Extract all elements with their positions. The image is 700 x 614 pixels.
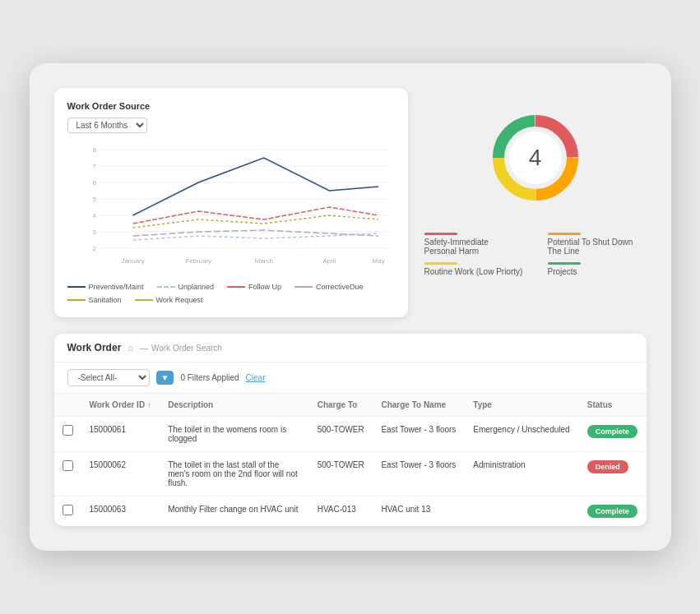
line-chart: 8 7 6 5 4 3 2 January February March Apr…	[67, 141, 395, 273]
work-order-header: Work Order ⌂ — Work Order Search	[54, 334, 647, 362]
status-badge: Complete	[587, 505, 637, 518]
svg-text:6: 6	[92, 179, 96, 187]
svg-text:May: May	[372, 257, 384, 265]
clear-filters-link[interactable]: Clear	[246, 373, 266, 382]
col-charge-to-name: Charge To Name	[373, 394, 465, 417]
legend-corrective: CorrectiveDue	[294, 283, 364, 291]
row-id: 15000062	[81, 452, 160, 496]
legend-line-workrequest	[135, 299, 153, 301]
row-charge-to: 500-TOWER	[309, 417, 373, 452]
row-checkbox[interactable]	[54, 496, 81, 527]
home-icon[interactable]: ⌂	[127, 343, 133, 353]
row-type: Administration	[465, 452, 578, 496]
legend-unplanned: Unplanned	[157, 283, 215, 291]
svg-text:3: 3	[92, 229, 96, 236]
svg-text:February: February	[185, 257, 211, 265]
row-checkbox[interactable]	[54, 452, 81, 496]
legend-preventive: Preventive/Maint	[67, 283, 144, 291]
chart-legend: Preventive/Maint Unplanned Follow Up Cor…	[67, 283, 395, 304]
priority-line-shutdown	[548, 233, 581, 235]
chart-title: Work Order Source	[67, 101, 395, 111]
top-section: Work Order Source Last 6 Months Last 3 M…	[54, 88, 647, 317]
table-row: 15000063 Monthly Filter change on HVAC u…	[54, 496, 647, 527]
col-type: Type	[465, 394, 578, 417]
svg-text:7: 7	[92, 163, 96, 170]
donut-chart: 4	[482, 104, 589, 211]
main-container: Work Order Source Last 6 Months Last 3 M…	[30, 63, 671, 551]
legend-line-preventive	[67, 286, 86, 288]
priority-routine: Routine Work (Low Priorty)	[424, 262, 523, 276]
legend-line-followup	[227, 286, 245, 288]
status-badge: Denied	[587, 460, 628, 473]
row-description: The toilet in the womens room is clogged	[160, 417, 309, 452]
row-charge-to-name: HVAC unit 13	[373, 496, 465, 527]
svg-text:March: March	[254, 257, 272, 265]
row-checkbox[interactable]	[54, 417, 81, 452]
chart-filter: Last 6 Months Last 3 Months Last Year	[67, 118, 395, 133]
col-checkbox	[54, 394, 81, 417]
row-type: Emergency / Unscheduled	[465, 417, 578, 452]
right-section: 4 Safety-Immediate Personal Harm Potenti…	[424, 88, 647, 276]
row-status: Complete	[579, 496, 647, 527]
select-all-dropdown[interactable]: -Select All-	[67, 369, 150, 386]
row-id: 15000063	[81, 496, 160, 527]
svg-text:January: January	[121, 257, 144, 265]
donut-value: 4	[529, 145, 542, 171]
legend-line-unplanned	[157, 286, 175, 288]
row-description: Monthly Filter change on HVAC unit	[160, 496, 309, 527]
col-id[interactable]: Work Order ID ↑	[81, 394, 160, 417]
work-order-table: Work Order ID ↑ Description Charge To Ch…	[54, 394, 647, 526]
priority-line-projects	[548, 262, 581, 265]
row-charge-to-name: East Tower - 3 floors	[373, 452, 465, 496]
legend-followup: Follow Up	[227, 283, 281, 291]
svg-text:5: 5	[92, 196, 96, 203]
row-description: The toilet in the last stall of the men'…	[160, 452, 309, 496]
row-type	[465, 496, 578, 527]
row-charge-to: 500-TOWER	[309, 452, 373, 496]
priority-projects: Projects	[548, 262, 647, 276]
row-status: Complete	[579, 417, 647, 452]
priority-legend: Safety-Immediate Personal Harm Potential…	[424, 233, 647, 276]
svg-text:4: 4	[92, 212, 96, 219]
breadcrumb: — Work Order Search	[140, 344, 222, 353]
row-charge-to-name: East Tower - 3 floors	[373, 417, 465, 452]
chart-filter-select[interactable]: Last 6 Months Last 3 Months Last Year	[67, 118, 147, 133]
priority-line-routine	[424, 262, 457, 265]
table-row: 15000062 The toilet in the last stall of…	[54, 452, 647, 496]
svg-text:8: 8	[92, 146, 96, 154]
row-id: 15000061	[81, 417, 160, 452]
legend-workrequest: Work Request	[135, 296, 203, 304]
svg-text:April: April	[322, 257, 336, 265]
table-row: 15000061 The toilet in the womens room i…	[54, 417, 647, 452]
filter-row: -Select All- ▼ 0 Filters Applied Clear	[54, 362, 647, 394]
legend-line-sanitation	[67, 299, 86, 301]
legend-line-corrective	[294, 286, 313, 288]
priority-safety: Safety-Immediate Personal Harm	[424, 233, 523, 256]
col-charge-to: Charge To	[309, 394, 373, 417]
work-order-title: Work Order	[67, 342, 122, 353]
legend-sanitation: Sanitation	[67, 296, 122, 304]
status-badge: Complete	[587, 425, 637, 438]
filter-button[interactable]: ▼	[156, 371, 174, 385]
col-description: Description	[160, 394, 309, 417]
col-status: Status	[579, 394, 647, 417]
row-charge-to: HVAC-013	[309, 496, 373, 527]
svg-text:2: 2	[92, 245, 96, 252]
row-status: Denied	[579, 452, 647, 496]
priority-shutdown: Potential To Shut Down The Line	[548, 233, 647, 256]
filters-applied-count: 0 Filters Applied	[180, 373, 239, 382]
work-order-section: Work Order ⌂ — Work Order Search -Select…	[54, 334, 647, 526]
chart-card: Work Order Source Last 6 Months Last 3 M…	[54, 88, 408, 317]
table-header-row: Work Order ID ↑ Description Charge To Ch…	[54, 394, 647, 417]
priority-line-safety	[424, 233, 457, 235]
